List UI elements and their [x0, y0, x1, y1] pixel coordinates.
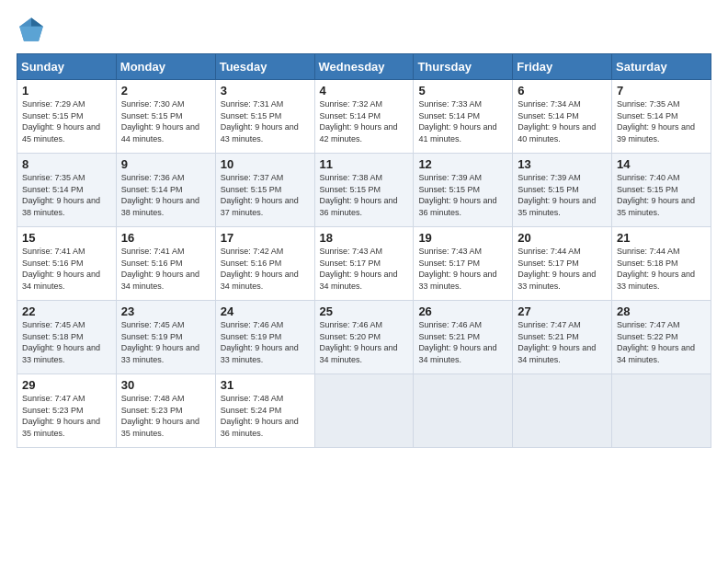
- cell-details: Sunrise: 7:29 AMSunset: 5:15 PMDaylight:…: [22, 98, 111, 144]
- calendar-cell: [314, 374, 414, 448]
- calendar-cell: [414, 374, 513, 448]
- calendar-cell: 17Sunrise: 7:42 AMSunset: 5:16 PMDayligh…: [215, 227, 314, 301]
- calendar-cell: 3Sunrise: 7:31 AMSunset: 5:15 PMDaylight…: [215, 80, 314, 154]
- calendar-week-4: 22Sunrise: 7:45 AMSunset: 5:18 PMDayligh…: [17, 301, 711, 374]
- calendar-page: SundayMondayTuesdayWednesdayThursdayFrid…: [0, 0, 728, 563]
- day-number: 13: [518, 157, 607, 171]
- calendar-cell: 22Sunrise: 7:45 AMSunset: 5:18 PMDayligh…: [17, 301, 117, 374]
- calendar-cell: 7Sunrise: 7:35 AMSunset: 5:14 PMDaylight…: [612, 80, 711, 154]
- calendar-week-1: 1Sunrise: 7:29 AMSunset: 5:15 PMDaylight…: [17, 80, 711, 154]
- logo-area: [17, 15, 50, 44]
- calendar-week-5: 29Sunrise: 7:47 AMSunset: 5:23 PMDayligh…: [17, 374, 711, 448]
- cell-details: Sunrise: 7:38 AMSunset: 5:15 PMDaylight:…: [320, 172, 409, 218]
- weekday-friday: Friday: [513, 54, 612, 80]
- day-number: 19: [418, 231, 507, 245]
- cell-details: Sunrise: 7:44 AMSunset: 5:18 PMDaylight:…: [617, 246, 706, 292]
- svg-marker-2: [19, 27, 43, 41]
- weekday-saturday: Saturday: [612, 54, 711, 80]
- day-number: 16: [121, 231, 210, 245]
- day-number: 14: [617, 157, 706, 171]
- cell-details: Sunrise: 7:48 AMSunset: 5:24 PMDaylight:…: [221, 393, 310, 439]
- calendar-cell: 18Sunrise: 7:43 AMSunset: 5:17 PMDayligh…: [314, 227, 414, 301]
- cell-details: Sunrise: 7:48 AMSunset: 5:23 PMDaylight:…: [121, 393, 210, 439]
- calendar-cell: 15Sunrise: 7:41 AMSunset: 5:16 PMDayligh…: [17, 227, 117, 301]
- day-number: 24: [221, 304, 310, 318]
- calendar-cell: 5Sunrise: 7:33 AMSunset: 5:14 PMDaylight…: [414, 80, 513, 154]
- calendar-week-3: 15Sunrise: 7:41 AMSunset: 5:16 PMDayligh…: [17, 227, 711, 301]
- day-number: 4: [320, 84, 409, 98]
- calendar-cell: 26Sunrise: 7:46 AMSunset: 5:21 PMDayligh…: [414, 301, 513, 374]
- logo-icon: [17, 15, 46, 44]
- day-number: 27: [518, 304, 607, 318]
- cell-details: Sunrise: 7:45 AMSunset: 5:19 PMDaylight:…: [121, 319, 210, 365]
- day-number: 25: [320, 304, 409, 318]
- day-number: 12: [418, 157, 507, 171]
- cell-details: Sunrise: 7:47 AMSunset: 5:23 PMDaylight:…: [22, 393, 111, 439]
- weekday-sunday: Sunday: [17, 54, 117, 80]
- day-number: 21: [617, 231, 706, 245]
- day-number: 29: [22, 378, 111, 392]
- calendar-cell: 6Sunrise: 7:34 AMSunset: 5:14 PMDaylight…: [513, 80, 612, 154]
- day-number: 17: [221, 231, 310, 245]
- day-number: 8: [22, 157, 111, 171]
- day-number: 18: [320, 231, 409, 245]
- cell-details: Sunrise: 7:47 AMSunset: 5:22 PMDaylight:…: [617, 319, 706, 365]
- cell-details: Sunrise: 7:39 AMSunset: 5:15 PMDaylight:…: [418, 172, 507, 218]
- cell-details: Sunrise: 7:46 AMSunset: 5:19 PMDaylight:…: [221, 319, 310, 365]
- calendar-cell: 19Sunrise: 7:43 AMSunset: 5:17 PMDayligh…: [414, 227, 513, 301]
- cell-details: Sunrise: 7:39 AMSunset: 5:15 PMDaylight:…: [518, 172, 607, 218]
- calendar-header: SundayMondayTuesdayWednesdayThursdayFrid…: [17, 54, 711, 80]
- calendar-cell: 27Sunrise: 7:47 AMSunset: 5:21 PMDayligh…: [513, 301, 612, 374]
- weekday-wednesday: Wednesday: [314, 54, 414, 80]
- calendar-cell: 13Sunrise: 7:39 AMSunset: 5:15 PMDayligh…: [513, 154, 612, 227]
- calendar-cell: 21Sunrise: 7:44 AMSunset: 5:18 PMDayligh…: [612, 227, 711, 301]
- weekday-thursday: Thursday: [414, 54, 513, 80]
- day-number: 22: [22, 304, 111, 318]
- day-number: 6: [518, 84, 607, 98]
- weekday-monday: Monday: [116, 54, 215, 80]
- calendar-cell: 25Sunrise: 7:46 AMSunset: 5:20 PMDayligh…: [314, 301, 414, 374]
- cell-details: Sunrise: 7:34 AMSunset: 5:14 PMDaylight:…: [518, 98, 607, 144]
- weekday-header-row: SundayMondayTuesdayWednesdayThursdayFrid…: [17, 54, 711, 80]
- cell-details: Sunrise: 7:40 AMSunset: 5:15 PMDaylight:…: [617, 172, 706, 218]
- cell-details: Sunrise: 7:33 AMSunset: 5:14 PMDaylight:…: [418, 98, 507, 144]
- calendar-cell: 14Sunrise: 7:40 AMSunset: 5:15 PMDayligh…: [612, 154, 711, 227]
- day-number: 9: [121, 157, 210, 171]
- calendar-cell: 30Sunrise: 7:48 AMSunset: 5:23 PMDayligh…: [116, 374, 215, 448]
- header: [17, 15, 711, 44]
- calendar-cell: 31Sunrise: 7:48 AMSunset: 5:24 PMDayligh…: [215, 374, 314, 448]
- calendar-cell: 2Sunrise: 7:30 AMSunset: 5:15 PMDaylight…: [116, 80, 215, 154]
- cell-details: Sunrise: 7:36 AMSunset: 5:14 PMDaylight:…: [121, 172, 210, 218]
- day-number: 1: [22, 84, 111, 98]
- day-number: 26: [418, 304, 507, 318]
- cell-details: Sunrise: 7:47 AMSunset: 5:21 PMDaylight:…: [518, 319, 607, 365]
- cell-details: Sunrise: 7:44 AMSunset: 5:17 PMDaylight:…: [518, 246, 607, 292]
- calendar-cell: 24Sunrise: 7:46 AMSunset: 5:19 PMDayligh…: [215, 301, 314, 374]
- day-number: 30: [121, 378, 210, 392]
- day-number: 7: [617, 84, 706, 98]
- day-number: 3: [221, 84, 310, 98]
- calendar-cell: 28Sunrise: 7:47 AMSunset: 5:22 PMDayligh…: [612, 301, 711, 374]
- weekday-tuesday: Tuesday: [215, 54, 314, 80]
- day-number: 31: [221, 378, 310, 392]
- cell-details: Sunrise: 7:46 AMSunset: 5:21 PMDaylight:…: [418, 319, 507, 365]
- calendar-cell: 1Sunrise: 7:29 AMSunset: 5:15 PMDaylight…: [17, 80, 117, 154]
- cell-details: Sunrise: 7:37 AMSunset: 5:15 PMDaylight:…: [221, 172, 310, 218]
- day-number: 20: [518, 231, 607, 245]
- calendar-cell: 12Sunrise: 7:39 AMSunset: 5:15 PMDayligh…: [414, 154, 513, 227]
- svg-marker-1: [31, 17, 43, 27]
- calendar-cell: 23Sunrise: 7:45 AMSunset: 5:19 PMDayligh…: [116, 301, 215, 374]
- day-number: 10: [221, 157, 310, 171]
- calendar-cell: 20Sunrise: 7:44 AMSunset: 5:17 PMDayligh…: [513, 227, 612, 301]
- calendar-cell: [513, 374, 612, 448]
- calendar-cell: 10Sunrise: 7:37 AMSunset: 5:15 PMDayligh…: [215, 154, 314, 227]
- calendar-cell: 8Sunrise: 7:35 AMSunset: 5:14 PMDaylight…: [17, 154, 117, 227]
- calendar-cell: 11Sunrise: 7:38 AMSunset: 5:15 PMDayligh…: [314, 154, 414, 227]
- cell-details: Sunrise: 7:41 AMSunset: 5:16 PMDaylight:…: [121, 246, 210, 292]
- cell-details: Sunrise: 7:46 AMSunset: 5:20 PMDaylight:…: [320, 319, 409, 365]
- day-number: 5: [418, 84, 507, 98]
- cell-details: Sunrise: 7:43 AMSunset: 5:17 PMDaylight:…: [320, 246, 409, 292]
- calendar-table: SundayMondayTuesdayWednesdayThursdayFrid…: [17, 53, 711, 448]
- cell-details: Sunrise: 7:42 AMSunset: 5:16 PMDaylight:…: [221, 246, 310, 292]
- cell-details: Sunrise: 7:31 AMSunset: 5:15 PMDaylight:…: [221, 98, 310, 144]
